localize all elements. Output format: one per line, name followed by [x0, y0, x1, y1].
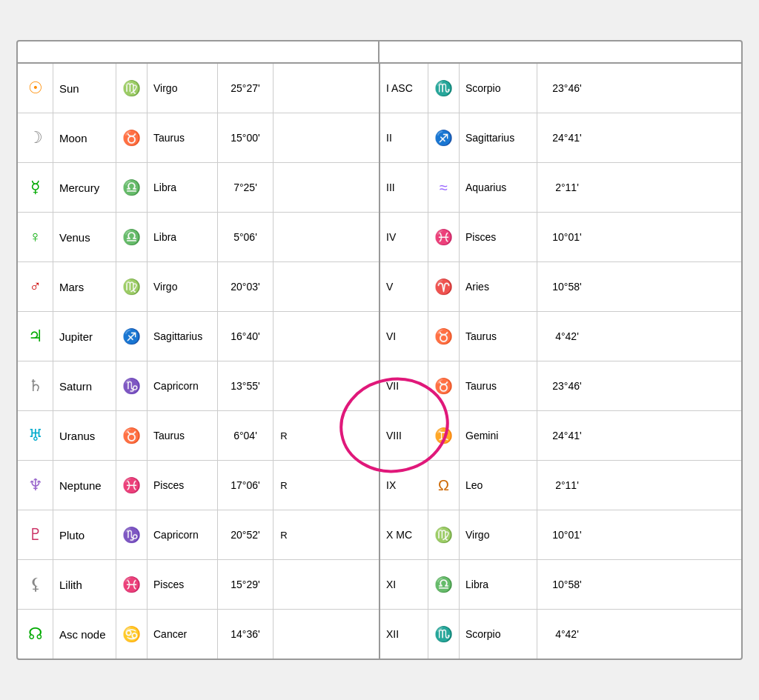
house-row: XII ♏ Scorpio 4°42' — [380, 610, 741, 659]
house-number: II — [380, 113, 428, 162]
planet-retrograde — [274, 113, 294, 162]
planet-sign-name: Capricorn — [148, 361, 218, 410]
house-degree: 23°46' — [537, 361, 597, 410]
planet-sign-name: Taurus — [148, 113, 218, 162]
planet-sign-icon: ♑ — [116, 510, 148, 559]
house-sign-name: Leo — [460, 461, 537, 510]
planet-icon: ♄ — [18, 361, 53, 410]
planet-icon: ♂ — [18, 262, 53, 311]
planet-icon: ☽ — [18, 113, 53, 162]
planet-retrograde — [274, 361, 294, 410]
planet-sign-icon: ♎ — [116, 163, 148, 212]
planet-degree: 14°36' — [218, 610, 274, 659]
house-sign-icon: ≈ — [428, 163, 460, 212]
house-row: V ♈ Aries 10°58' — [380, 262, 741, 312]
planet-symbol: ♂ — [29, 277, 42, 296]
zodiac-header — [18, 41, 380, 62]
planet-retrograde — [274, 262, 294, 311]
planet-symbol: ☊ — [28, 624, 43, 644]
planet-sign-name: Virgo — [148, 64, 218, 113]
house-sign-icon: ♏ — [428, 64, 460, 113]
planet-symbol: ♅ — [28, 426, 43, 445]
planet-name: Neptune — [53, 461, 116, 510]
planet-sign-icon: ♓ — [116, 560, 148, 609]
house-degree: 10°01' — [537, 213, 597, 261]
planet-icon: ♃ — [18, 312, 53, 361]
planet-sign-name: Capricorn — [148, 510, 218, 559]
placidus-header — [380, 41, 741, 62]
planet-name: Uranus — [53, 411, 116, 460]
house-degree: 24°41' — [537, 113, 597, 162]
house-number: III — [380, 163, 428, 212]
planet-icon: ♅ — [18, 411, 53, 460]
planet-name: Mercury — [53, 163, 116, 212]
planet-symbol: ☽ — [28, 128, 43, 147]
house-sign-icon: ♏ — [428, 610, 460, 659]
planet-row: ♆ Neptune ♓ Pisces 17°06' R — [18, 461, 379, 510]
planet-row: ☽ Moon ♉ Taurus 15°00' — [18, 113, 379, 163]
house-number: XII — [380, 610, 428, 659]
house-sign-name: Pisces — [460, 213, 537, 261]
house-row: VII ♉ Taurus 23°46' — [380, 361, 741, 411]
planet-symbol: ☿ — [30, 178, 41, 197]
house-sign-name: Scorpio — [460, 64, 537, 113]
planet-row: ♇ Pluto ♑ Capricorn 20°52' R — [18, 510, 379, 560]
planet-sign-icon: ♍ — [116, 64, 148, 113]
planet-icon: ☊ — [18, 610, 53, 659]
house-sign-name: Virgo — [460, 510, 537, 559]
house-number: V — [380, 262, 428, 311]
planet-sign-name: Sagittarius — [148, 312, 218, 361]
planet-name: Asc node — [53, 610, 116, 659]
planet-sign-name: Taurus — [148, 411, 218, 460]
planet-row: ☉ Sun ♍ Virgo 25°27' — [18, 64, 379, 113]
planet-degree: 7°25' — [218, 163, 274, 212]
planet-degree: 17°06' — [218, 461, 274, 510]
house-sign-name: Sagittarius — [460, 113, 537, 162]
house-sign-name: Libra — [460, 560, 537, 609]
planet-sign-icon: ♉ — [116, 411, 148, 460]
house-sign-name: Scorpio — [460, 610, 537, 659]
planet-sign-icon: ♉ — [116, 113, 148, 162]
planet-degree: 13°55' — [218, 361, 274, 410]
planet-retrograde: R — [274, 510, 294, 559]
house-row: IV ♓ Pisces 10°01' — [380, 213, 741, 262]
planet-sign-name: Virgo — [148, 262, 218, 311]
planet-name: Jupiter — [53, 312, 116, 361]
planet-row: ♅ Uranus ♉ Taurus 6°04' R — [18, 411, 379, 461]
house-number: X MC — [380, 510, 428, 559]
house-sign-icon: ♍ — [428, 510, 460, 559]
planet-icon: ☿ — [18, 163, 53, 212]
house-degree: 10°58' — [537, 262, 597, 311]
house-degree: 24°41' — [537, 411, 597, 460]
planet-sign-name: Pisces — [148, 560, 218, 609]
house-sign-icon: Ω — [428, 461, 460, 510]
planet-degree: 20°03' — [218, 262, 274, 311]
planet-name: Lilith — [53, 560, 116, 609]
planet-row: ☊ Asc node ♋ Cancer 14°36' — [18, 610, 379, 659]
house-degree: 10°58' — [537, 560, 597, 609]
house-degree: 4°42' — [537, 312, 597, 361]
planets-section: ☉ Sun ♍ Virgo 25°27' ☽ Moon ♉ Taurus 15°… — [18, 64, 380, 659]
planet-retrograde — [274, 163, 294, 212]
house-sign-icon: ♊ — [428, 411, 460, 460]
planet-degree: 15°29' — [218, 560, 274, 609]
planet-sign-name: Libra — [148, 213, 218, 261]
planet-symbol: ♆ — [28, 476, 43, 495]
planet-degree: 15°00' — [218, 113, 274, 162]
planet-symbol: ♃ — [28, 327, 43, 346]
planet-retrograde — [274, 610, 294, 659]
house-degree: 2°11' — [537, 461, 597, 510]
planet-retrograde: R — [274, 411, 294, 460]
planet-name: Pluto — [53, 510, 116, 559]
planet-row: ♂ Mars ♍ Virgo 20°03' — [18, 262, 379, 312]
main-container: ☉ Sun ♍ Virgo 25°27' ☽ Moon ♉ Taurus 15°… — [16, 40, 743, 660]
house-sign-icon: ♈ — [428, 262, 460, 311]
planet-retrograde — [274, 560, 294, 609]
planet-degree: 16°40' — [218, 312, 274, 361]
planet-retrograde — [274, 213, 294, 261]
houses-section: I ASC ♏ Scorpio 23°46' II ♐ Sagittarius … — [380, 64, 741, 659]
planet-symbol: ♀ — [29, 227, 42, 247]
planet-sign-icon: ♐ — [116, 312, 148, 361]
planet-sign-name: Pisces — [148, 461, 218, 510]
planet-symbol: ☉ — [28, 79, 43, 98]
